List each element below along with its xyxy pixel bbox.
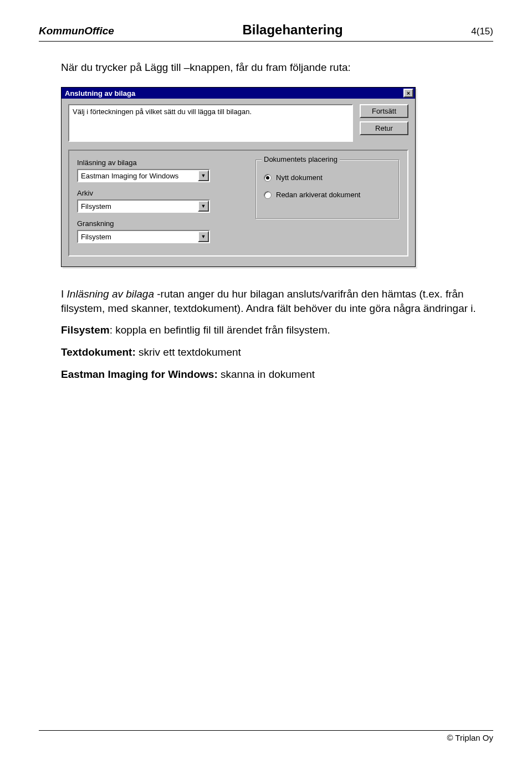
- radio-icon: [264, 191, 272, 199]
- header-page-number: 4(15): [471, 26, 493, 37]
- italic-term: Inläsning av bilaga: [67, 288, 154, 300]
- radio-label-nytt: Nytt dokument: [276, 173, 323, 182]
- header-left: KommunOffice: [39, 25, 114, 37]
- chevron-down-icon[interactable]: ▼: [198, 170, 209, 181]
- label-arkiv: Arkiv: [77, 189, 245, 197]
- radio-icon: [264, 174, 272, 182]
- instruction-box: Välj i förteckningen på vilket sätt du v…: [68, 104, 353, 142]
- header-rule: [39, 41, 493, 42]
- combo-granskning-value: Filsystem: [78, 231, 198, 242]
- continue-button[interactable]: Fortsätt: [360, 104, 408, 118]
- label-granskning: Granskning: [77, 219, 245, 228]
- label-inlasning: Inläsning av bilaga: [77, 158, 245, 167]
- dialog-panel: Inläsning av bilaga Eastman Imaging for …: [68, 150, 408, 257]
- footer-rule: [39, 730, 493, 731]
- body-text: I Inläsning av bilaga -rutan anger du hu…: [61, 287, 493, 381]
- paragraph-2: Filsystem: koppla en befintlig fil till …: [61, 323, 493, 337]
- paragraph-3: Textdokument: skriv ett textdokument: [61, 345, 493, 360]
- return-button[interactable]: Retur: [360, 121, 408, 135]
- paragraph-4: Eastman Imaging for Windows: skanna in d…: [61, 367, 493, 382]
- bold-term-textdokument: Textdokument:: [61, 346, 136, 358]
- chevron-down-icon[interactable]: ▼: [198, 201, 209, 212]
- combo-inlasning-value: Eastman Imaging for Windows: [78, 170, 198, 181]
- combo-granskning[interactable]: Filsystem ▼: [77, 230, 210, 243]
- paragraph-1: I Inläsning av bilaga -rutan anger du hu…: [61, 287, 493, 315]
- dialog-title: Anslutning av bilaga: [65, 89, 135, 98]
- radio-label-redan: Redan arkiverat dokument: [276, 191, 360, 199]
- radio-redan-arkiverat[interactable]: Redan arkiverat dokument: [264, 191, 390, 199]
- intro-paragraph: När du trycker på Lägg till –knappen, få…: [61, 61, 493, 74]
- radio-nytt-dokument[interactable]: Nytt dokument: [264, 173, 390, 182]
- chevron-down-icon[interactable]: ▼: [198, 231, 209, 242]
- combo-arkiv[interactable]: Filsystem ▼: [77, 199, 210, 213]
- combo-inlasning[interactable]: Eastman Imaging for Windows ▼: [77, 169, 210, 182]
- dialog-titlebar: Anslutning av bilaga ×: [62, 88, 415, 99]
- dialog-anslutning: Anslutning av bilaga × Välj i förtecknin…: [61, 87, 416, 267]
- page-footer: © Triplan Oy: [39, 730, 493, 742]
- bold-term-eastman: Eastman Imaging for Windows:: [61, 368, 218, 380]
- close-icon[interactable]: ×: [403, 89, 413, 98]
- footer-copyright: © Triplan Oy: [39, 733, 493, 742]
- groupbox-legend: Dokumentets placering: [262, 155, 340, 163]
- header-center: Bilagehantering: [242, 22, 342, 38]
- instruction-text: Välj i förteckningen på vilket sätt du v…: [73, 107, 252, 116]
- page-header: KommunOffice Bilagehantering 4(15): [39, 22, 493, 38]
- bold-term-filsystem: Filsystem: [61, 324, 110, 336]
- groupbox-placering: Dokumentets placering Nytt dokument Reda…: [255, 160, 400, 219]
- combo-arkiv-value: Filsystem: [78, 201, 198, 212]
